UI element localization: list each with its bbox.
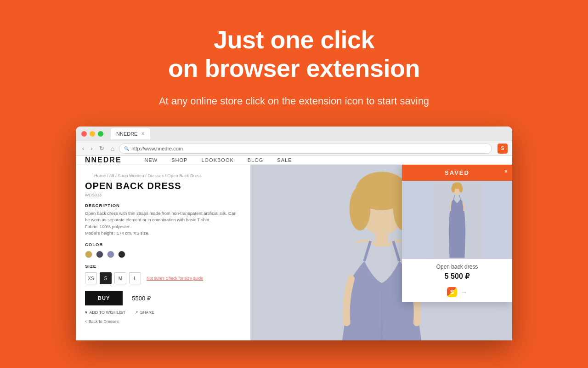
size-m[interactable]: M [114, 272, 126, 284]
svg-point-9 [452, 185, 455, 193]
browser-chrome: NNEDRE ✕ [76, 126, 512, 141]
browser-mockup: NNEDRE ✕ ‹ › ↻ ⌂ 🔍 http://www.nnedre.com… [76, 126, 512, 340]
tab-label: NNEDRE [116, 131, 137, 137]
saved-popup: SAVED × [402, 165, 512, 302]
traffic-light-yellow[interactable] [90, 131, 95, 137]
browser-tab[interactable]: NNEDRE ✕ [111, 128, 150, 139]
nav-lookbook[interactable]: LOOKBOOK [201, 157, 233, 163]
store-logo: NNEDRE [85, 156, 122, 164]
address-bar[interactable]: 🔍 http://www.nnedre.com [119, 144, 492, 154]
saved-label: SAVED [445, 169, 469, 176]
product-price: 5500 ₽ [132, 295, 151, 302]
traffic-light-red[interactable] [81, 131, 87, 137]
wishlist-button[interactable]: ♥ ADD TO WISHLIST [85, 310, 125, 315]
main-title: Just one click on browser extension [168, 25, 420, 82]
saved-close-button[interactable]: × [504, 168, 509, 175]
color-swatches [85, 251, 241, 258]
buy-button[interactable]: BUY [85, 291, 123, 305]
size-xs[interactable]: XS [85, 272, 97, 284]
svg-rect-11 [456, 193, 458, 196]
saved-product-image [402, 181, 512, 259]
product-info: Home / All / Shop Women / Dresses / Open… [76, 165, 250, 340]
saved-product-name: Open back dress [402, 259, 512, 272]
size-s[interactable]: S [100, 272, 112, 284]
saved-dress-image [425, 181, 489, 259]
browser-toolbar: ‹ › ↻ ⌂ 🔍 http://www.nnedre.com S [76, 141, 512, 156]
nav-shop[interactable]: SHOP [171, 157, 187, 163]
lock-icon: 🔍 [124, 146, 129, 151]
swatch-black[interactable] [118, 251, 125, 258]
size-options: XS S M L Not sure? Check for size guide [85, 272, 241, 284]
url-text: http://www.nnedre.com [131, 146, 183, 151]
swatch-dark[interactable] [96, 251, 103, 258]
product-image-area: SAVED × [250, 165, 512, 340]
svg-point-10 [459, 185, 463, 193]
buy-row: BUY 5500 ₽ [85, 291, 241, 305]
size-label: SIZE [85, 264, 241, 269]
share-button[interactable]: ↗ SHARE [135, 310, 154, 315]
swatch-gold[interactable] [85, 251, 92, 258]
arrow-right-icon: → [461, 288, 467, 296]
hero-subtitle: At any online store click on the extensi… [159, 95, 429, 107]
home-button[interactable]: ⌂ [109, 144, 116, 153]
nav-sale[interactable]: SALE [277, 157, 292, 163]
svg-point-3 [350, 187, 371, 230]
product-area: Home / All / Shop Women / Dresses / Open… [76, 165, 512, 340]
back-button[interactable]: ‹ [80, 144, 86, 153]
swatch-blue[interactable] [107, 251, 114, 258]
extension-icon[interactable]: S [498, 144, 508, 154]
page-content: NNEDRE NEW SHOP LOOKBOOK BLOG SALE Home … [76, 156, 512, 340]
nav-blog[interactable]: BLOG [248, 157, 264, 163]
reload-button[interactable]: ↻ [97, 144, 106, 153]
saved-footer: S → [402, 284, 512, 302]
size-l[interactable]: L [129, 272, 141, 284]
saved-product-price: 5 500 ₽ [402, 272, 512, 284]
product-description: Open back dress with thin straps made fr… [85, 210, 241, 236]
back-link[interactable]: < Back to Dresses [85, 319, 241, 324]
store-nav: NNEDRE NEW SHOP LOOKBOOK BLOG SALE [76, 156, 512, 165]
saved-header: SAVED × [402, 165, 512, 181]
app-logo-icon: S [447, 287, 457, 297]
color-label: COLOR [85, 242, 241, 247]
browser-window: NNEDRE ✕ ‹ › ↻ ⌂ 🔍 http://www.nnedre.com… [76, 126, 512, 340]
traffic-light-green[interactable] [98, 131, 103, 137]
heart-icon: ♥ [85, 310, 87, 315]
size-guide[interactable]: Not sure? Check for size guide [147, 276, 203, 281]
tab-close-icon[interactable]: ✕ [141, 131, 145, 136]
wishlist-row: ♥ ADD TO WISHLIST ↗ SHARE [85, 310, 241, 315]
svg-rect-5 [376, 230, 388, 246]
product-sku: WDS033 [85, 193, 241, 197]
description-label: DESCRIPTION [85, 203, 241, 208]
breadcrumb: Home / All / Shop Women / Dresses / Open… [85, 170, 241, 181]
forward-button[interactable]: › [89, 144, 94, 153]
nav-new[interactable]: NEW [145, 157, 158, 163]
hero-section: Just one click on browser extension At a… [0, 0, 588, 107]
product-title: OPEN BACK DRESS [85, 181, 241, 191]
share-icon: ↗ [135, 310, 138, 315]
